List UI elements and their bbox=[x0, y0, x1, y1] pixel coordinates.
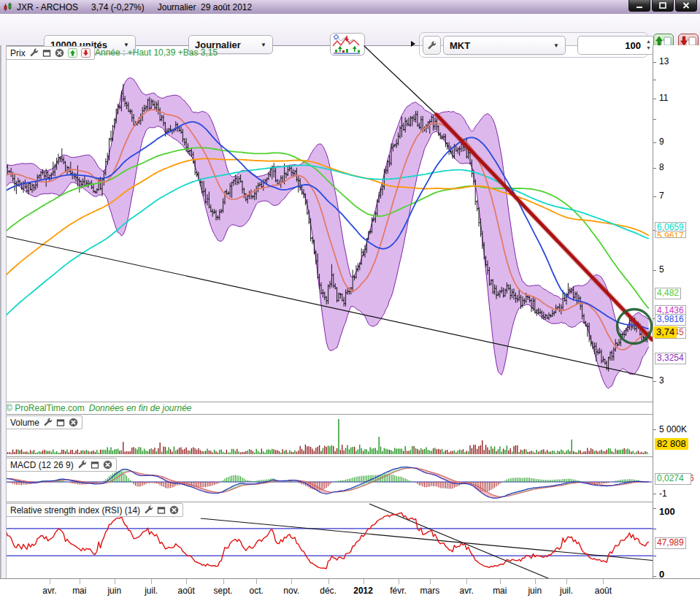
scale-down-icon[interactable] bbox=[81, 48, 91, 58]
macd-panel-title: MACD (12 26 9) bbox=[10, 460, 74, 470]
time-axis-label: juil. bbox=[145, 586, 158, 596]
window-controls bbox=[627, 0, 697, 12]
macd-value-label: 0,0274 bbox=[655, 473, 691, 485]
macd-axis-label: -1 bbox=[659, 488, 667, 499]
time-axis-tick bbox=[223, 579, 224, 584]
panel-separator bbox=[0, 456, 653, 457]
rsi-value-label: 47,989 bbox=[655, 537, 686, 549]
time-axis-label: avr. bbox=[460, 586, 474, 596]
indicator-value-label: 3,3254 bbox=[655, 353, 686, 364]
window-titlebar[interactable]: JXR - ARCHOS 3,74 (-0,27%) Journalier 29… bbox=[0, 0, 700, 15]
macd-panel-header: MACD (12 26 9) bbox=[6, 458, 117, 472]
time-axis-label: mai bbox=[493, 586, 507, 596]
price-axis-label: 3 bbox=[659, 375, 664, 386]
price-axis-label: 11 bbox=[659, 93, 668, 103]
price-axis-tick bbox=[653, 99, 656, 99]
time-axis-label: août bbox=[595, 586, 612, 596]
window-title-price: 3,74 (-0,27%) bbox=[91, 2, 145, 12]
wrench-icon[interactable] bbox=[144, 505, 153, 515]
time-axis-label: déc. bbox=[320, 586, 336, 596]
time-axis-tick bbox=[364, 579, 364, 584]
time-axis-label: juin bbox=[528, 586, 542, 596]
volume-panel-title: Volume bbox=[10, 418, 39, 428]
indicator-value-label: 4,482 bbox=[655, 288, 681, 299]
copyright-text: © ProRealTime.com bbox=[6, 403, 85, 413]
rsi-100-label: 100 bbox=[659, 506, 675, 517]
time-axis-tick bbox=[328, 579, 329, 584]
volume-axis-tick bbox=[653, 429, 656, 430]
price-axis-tick bbox=[653, 381, 656, 382]
time-axis-tick bbox=[186, 579, 187, 584]
wrench-icon[interactable] bbox=[77, 460, 87, 469]
price-chart-canvas[interactable] bbox=[0, 45, 653, 402]
detach-window-icon[interactable] bbox=[56, 418, 65, 427]
price-axis-tick bbox=[653, 168, 656, 169]
indicator-value-label: 3,9816 bbox=[655, 314, 686, 326]
maximize-button[interactable] bbox=[652, 0, 674, 12]
price-axis-tick bbox=[653, 119, 656, 120]
time-axis-label: mai bbox=[72, 586, 86, 596]
value-axis-strip[interactable]: 1311987536,06595,96174,4824,14363,98163,… bbox=[653, 45, 700, 578]
close-panel-icon[interactable] bbox=[55, 48, 64, 58]
rsi-axis-tick bbox=[653, 576, 656, 577]
year-high-low-stats: Année : +Haut 10,39 +Bas 3,15 bbox=[95, 47, 218, 58]
rsi-level-tick bbox=[653, 556, 656, 556]
panel-separator bbox=[0, 502, 653, 502]
time-axis-tick bbox=[399, 579, 399, 584]
time-axis-tick bbox=[50, 579, 50, 584]
price-axis-label: 9 bbox=[659, 137, 664, 147]
detach-window-icon[interactable] bbox=[91, 461, 99, 469]
window-title-symbol: JXR - ARCHOS bbox=[17, 2, 78, 12]
time-axis-label: sept. bbox=[214, 586, 233, 596]
copyright-bar: © ProRealTime.com Données en fin de jour… bbox=[0, 402, 658, 415]
close-icon bbox=[682, 2, 690, 9]
price-axis-tick bbox=[653, 270, 656, 271]
rsi-level-tick bbox=[653, 529, 656, 529]
last-price-label: 3,74 bbox=[654, 326, 677, 338]
time-axis-tick bbox=[151, 579, 152, 584]
price-axis-tick bbox=[653, 142, 656, 143]
time-axis-label: avr. bbox=[42, 586, 56, 596]
close-button[interactable] bbox=[675, 0, 697, 12]
minimize-button[interactable] bbox=[628, 0, 650, 12]
volume-panel-header: Volume bbox=[6, 415, 82, 429]
time-axis-label: févr. bbox=[390, 586, 407, 596]
close-panel-icon[interactable] bbox=[169, 505, 179, 515]
price-axis-tick bbox=[653, 80, 656, 80]
time-axis-tick bbox=[291, 579, 292, 584]
price-axis-tick bbox=[653, 62, 656, 63]
time-axis[interactable]: avr.maijuinjuil.aoûtsept.oct.nov.déc.201… bbox=[0, 578, 700, 598]
close-panel-icon[interactable] bbox=[103, 460, 112, 469]
maximize-icon bbox=[659, 2, 666, 9]
price-panel-header: Prix bbox=[6, 46, 95, 60]
wrench-icon[interactable] bbox=[29, 48, 39, 58]
rsi-axis-tick bbox=[653, 508, 656, 509]
time-axis-label: 2012 bbox=[353, 586, 373, 596]
left-resize-gutter[interactable] bbox=[0, 45, 7, 578]
wrench-icon[interactable] bbox=[43, 418, 53, 427]
main-toolbar: 10000 unités ▼ Journalier ▼ MKT bbox=[0, 14, 700, 46]
window-title-timeframe-date: Journalier 29 août 2012 bbox=[158, 2, 252, 12]
price-axis-label: 8 bbox=[659, 162, 664, 172]
data-note: Données en fin de journée bbox=[89, 403, 192, 413]
volume-axis-label: 5 000K bbox=[659, 424, 687, 434]
rsi-panel-header: Relative strength index (RSI) (14) bbox=[6, 503, 183, 517]
macd-axis-tick bbox=[653, 494, 656, 494]
time-axis-tick bbox=[430, 579, 431, 584]
scale-up-icon[interactable] bbox=[68, 48, 77, 58]
rsi-panel-title: Relative strength index (RSI) (14) bbox=[10, 505, 140, 515]
detach-window-icon[interactable] bbox=[42, 49, 51, 58]
time-axis-tick bbox=[535, 579, 536, 584]
time-axis-label: nov. bbox=[283, 586, 299, 596]
price-axis-label: 13 bbox=[659, 56, 669, 66]
volume-chart-canvas[interactable] bbox=[0, 414, 653, 456]
time-axis-tick bbox=[566, 579, 567, 584]
price-axis-label: 5 bbox=[659, 264, 664, 275]
time-axis-tick bbox=[500, 579, 501, 584]
time-axis-tick bbox=[603, 579, 604, 584]
time-axis-label: juin bbox=[107, 586, 121, 596]
indicator-value-label-clipped: 5,9617 bbox=[655, 231, 686, 238]
close-panel-icon[interactable] bbox=[69, 418, 78, 427]
time-axis-tick bbox=[115, 579, 115, 584]
detach-window-icon[interactable] bbox=[157, 506, 166, 515]
